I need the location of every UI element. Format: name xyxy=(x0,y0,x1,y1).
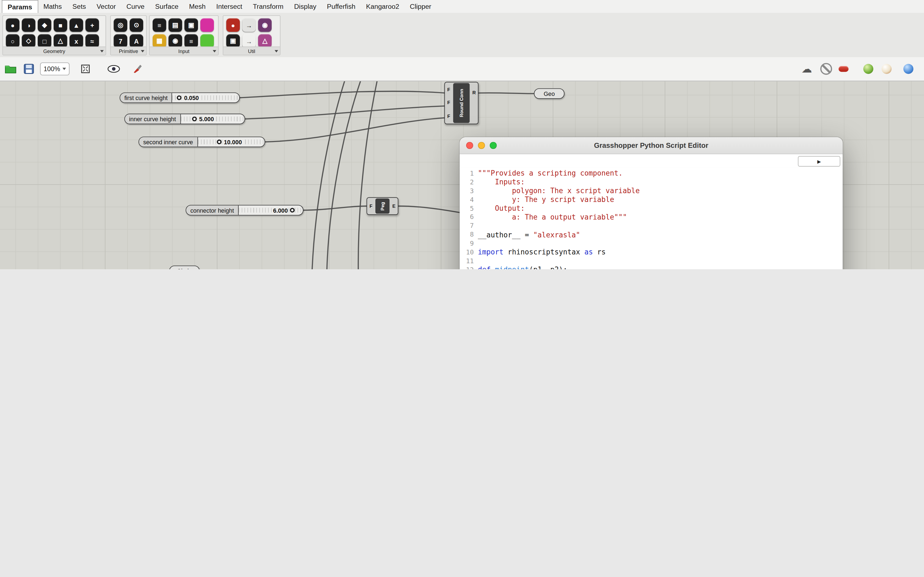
input-ports[interactable]: F F F xyxy=(445,82,453,124)
red-pill-icon xyxy=(838,66,848,72)
port-f[interactable]: F xyxy=(370,203,372,208)
util-icon-grid: ●→◉▣→△ xyxy=(223,16,280,50)
port-f[interactable]: F xyxy=(447,114,450,119)
disable-solver-button[interactable] xyxy=(820,63,832,75)
editor-titlebar[interactable]: Grasshopper Python Script Editor xyxy=(460,137,843,154)
no-entry-icon xyxy=(820,63,832,75)
menu-item-vector[interactable]: Vector xyxy=(91,0,121,13)
group-icon[interactable]: x xyxy=(69,34,83,48)
field-icon[interactable]: ≈ xyxy=(86,34,99,48)
component-core[interactable]: Peg xyxy=(375,198,389,214)
output-ports[interactable]: E xyxy=(390,198,398,214)
ribbon-group-label[interactable]: Geometry xyxy=(3,47,106,55)
close-window-icon[interactable] xyxy=(466,142,473,149)
node-peg[interactable]: F Peg E xyxy=(367,197,399,215)
node-geo-param[interactable]: Geo xyxy=(534,88,564,99)
code-line: 10import rhinoscriptsyntax as rs xyxy=(460,248,843,256)
menu-item-sets[interactable]: Sets xyxy=(67,0,91,13)
zoom-extents-button[interactable] xyxy=(80,63,91,74)
menu-item-kangaroo2[interactable]: Kangaroo2 xyxy=(361,0,404,13)
wireframe-preview-button[interactable] xyxy=(882,64,892,74)
trigger-icon[interactable]: → xyxy=(242,34,256,48)
menu-item-clipper[interactable]: Clipper xyxy=(404,0,437,13)
output-ports[interactable]: R xyxy=(470,82,478,124)
port-f[interactable]: F xyxy=(447,87,450,92)
menu-item-surface[interactable]: Surface xyxy=(150,0,184,13)
menu-item-intersect[interactable]: Intersect xyxy=(211,0,247,13)
panel-icon[interactable]: ▤ xyxy=(169,18,182,32)
text-icon[interactable]: A xyxy=(129,34,143,48)
port-r[interactable]: R xyxy=(472,90,476,95)
node-label: Circle xyxy=(177,268,192,269)
slider-knob[interactable] xyxy=(290,208,295,213)
menu-item-pufferfish[interactable]: Pufferfish xyxy=(322,0,361,13)
button-icon[interactable]: ▣ xyxy=(184,18,198,32)
boolean-icon[interactable]: ◎ xyxy=(114,18,127,32)
slider-track[interactable]: 10.000 xyxy=(198,137,265,147)
menu-item-display[interactable]: Display xyxy=(289,0,321,13)
wire-display-button[interactable] xyxy=(838,66,848,72)
slider-second-inner-curve[interactable]: second inner curve 10.000 xyxy=(139,137,265,147)
open-file-button[interactable] xyxy=(5,64,16,74)
galapagos-icon[interactable]: ◉ xyxy=(258,18,272,32)
menu-item-maths[interactable]: Maths xyxy=(38,0,67,13)
slider-connector-height[interactable]: connector height 6.000 xyxy=(186,205,304,216)
cherry-picker-icon[interactable]: ● xyxy=(226,18,240,32)
port-f[interactable]: F xyxy=(447,100,450,105)
slider-track[interactable]: 0.050 xyxy=(173,93,239,103)
data-recorder-icon[interactable]: → xyxy=(242,18,256,32)
menu-item-transform[interactable]: Transform xyxy=(247,0,289,13)
knob-icon[interactable]: ◉ xyxy=(169,34,182,48)
zoom-window-icon[interactable] xyxy=(490,142,497,149)
code-line: 2 Inputs: xyxy=(460,178,843,187)
port-e[interactable]: E xyxy=(393,203,396,208)
node-round-conn[interactable]: F F F Round Conn R xyxy=(444,82,478,124)
component-core[interactable]: Round Conn xyxy=(453,83,470,123)
run-script-button[interactable]: ▶ xyxy=(798,156,840,167)
surface-icon[interactable]: ◇ xyxy=(22,34,35,48)
point-icon[interactable]: ◑ xyxy=(22,18,35,32)
circle-param-icon[interactable]: ● xyxy=(6,18,19,32)
ribbon-group-label[interactable]: Input xyxy=(150,47,218,55)
slider-inner-curve-height[interactable]: inner curve height 5.000 xyxy=(124,114,245,124)
slider-knob[interactable] xyxy=(177,95,182,100)
ribbon-group-label[interactable]: Util xyxy=(223,47,280,55)
menu-item-curve[interactable]: Curve xyxy=(121,0,150,13)
save-button[interactable] xyxy=(24,63,34,74)
curve-icon[interactable]: ○ xyxy=(6,34,19,48)
node-circle-param[interactable]: Circle xyxy=(169,266,200,269)
time-icon[interactable]: ⊙ xyxy=(129,18,143,32)
shaded-preview-button[interactable] xyxy=(863,64,873,74)
md-slider-icon[interactable]: ▦ xyxy=(153,34,166,48)
menu-item-mesh[interactable]: Mesh xyxy=(184,0,211,13)
code-area[interactable]: 1"""Provides a scripting component.2 Inp… xyxy=(460,167,843,269)
zoom-select[interactable]: 100% xyxy=(40,62,69,75)
slider-track[interactable]: 5.000 xyxy=(181,114,245,124)
input-ports[interactable]: F xyxy=(367,198,375,214)
preview-button[interactable] xyxy=(107,65,120,73)
ribbon-group-label[interactable]: Primitive xyxy=(111,47,146,55)
gradient-icon[interactable] xyxy=(200,18,214,32)
cluster-icon[interactable]: ▣ xyxy=(226,34,240,48)
slider-knob[interactable] xyxy=(192,116,197,121)
colour-swatch-icon[interactable] xyxy=(200,34,214,48)
flask-icon[interactable]: △ xyxy=(258,34,272,48)
geometry-icon[interactable]: △ xyxy=(53,34,67,48)
paint-button[interactable] xyxy=(132,63,143,74)
value-list-icon[interactable]: ≡ xyxy=(184,34,198,48)
plane-icon[interactable]: ■ xyxy=(53,18,67,32)
brep-icon[interactable]: □ xyxy=(38,34,51,48)
vector-icon[interactable]: ◆ xyxy=(38,18,51,32)
number-slider-icon[interactable]: ≡ xyxy=(153,18,166,32)
slider-track[interactable]: 6.000 xyxy=(239,206,303,215)
mesh-icon[interactable]: + xyxy=(86,18,99,32)
minimize-window-icon[interactable] xyxy=(478,142,485,149)
integer-icon[interactable]: 7 xyxy=(114,34,127,48)
cloud-icon[interactable]: ☁ xyxy=(801,63,812,74)
slider-knob[interactable] xyxy=(217,140,221,144)
slider-label: first curve height xyxy=(120,93,172,103)
rendered-preview-button[interactable] xyxy=(903,64,913,74)
slider-first-curve-height[interactable]: first curve height 0.050 xyxy=(120,92,240,103)
box-icon[interactable]: ▲ xyxy=(69,18,83,32)
menu-item-params[interactable]: Params xyxy=(2,0,38,13)
